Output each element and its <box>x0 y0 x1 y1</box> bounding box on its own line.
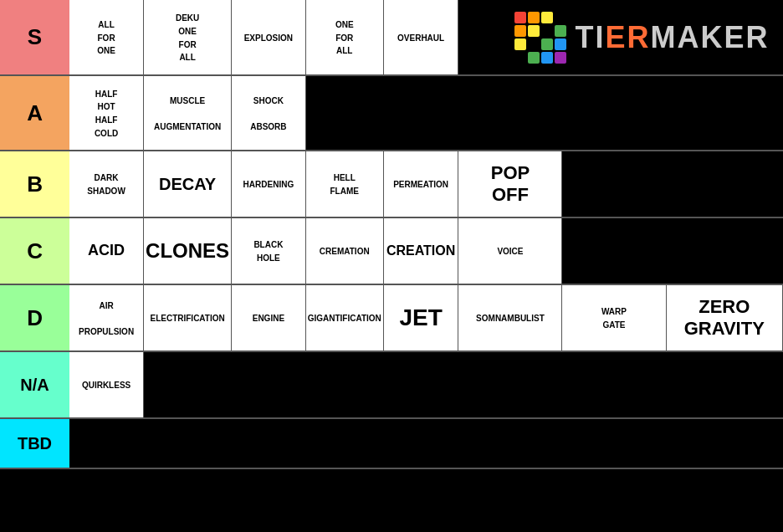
tier-cell-explosion: EXPLOSION <box>232 0 306 75</box>
tier-empty-a <box>305 75 782 151</box>
tier-label-a: A <box>0 75 69 151</box>
tier-cell-voice: VOICE <box>458 217 562 284</box>
logo-sq-14 <box>528 52 540 64</box>
tier-cell-black-hole: BLACKHOLE <box>232 217 306 284</box>
tier-cell-hell-flame: HELLFLAME <box>305 151 383 217</box>
tier-row-c: C ACID CLONES BLACKHOLE CREMATION CREATI… <box>0 217 783 284</box>
tier-empty-tbd <box>69 418 782 468</box>
tier-empty-b <box>562 151 783 217</box>
tier-cell-half-hot: HALFHOTHALFCOLD <box>69 75 144 151</box>
tier-cell-deku-one-for-all: DEKUONEFORALL <box>144 0 232 75</box>
tier-row-d: D AIRPROPULSION ELECTRIFICATION ENGINE G… <box>0 284 783 351</box>
tier-cell-somnambulist: SOMNAMBULIST <box>458 284 562 351</box>
logo-sq-8 <box>555 25 566 37</box>
tier-label-s: S <box>0 0 69 75</box>
tier-cell-engine: ENGINE <box>232 284 306 351</box>
tier-cell-one-for-all: ONEFORALL <box>305 0 383 75</box>
tier-cell-muscle: MUSCLEAUGMENTATION <box>144 75 232 151</box>
tier-cell-hardening: HARDENING <box>232 151 306 217</box>
tier-cell-warp-gate: WARPGATE <box>562 284 666 351</box>
tier-cell-cremation: CREMATION <box>305 217 383 284</box>
tier-cell-permeation: PERMEATION <box>383 151 458 217</box>
logo-sq-5 <box>514 25 526 37</box>
logo-text: TiERMAKER <box>575 20 769 55</box>
logo-sq-12 <box>555 38 566 50</box>
tier-cell-electrification: ELECTRIFICATION <box>144 284 232 351</box>
logo-cell: TiERMAKER <box>458 0 783 75</box>
tier-cell-decay: DECAY <box>144 151 232 217</box>
tier-label-na: N/A <box>0 351 69 418</box>
logo-sq-11 <box>541 38 553 50</box>
tier-cell-acid: ACID <box>69 217 144 284</box>
logo-sq-4 <box>555 12 566 23</box>
tier-row-na: N/A QUIRKLESS <box>0 351 783 418</box>
logo-sq-10 <box>528 38 540 50</box>
tier-label-d: D <box>0 284 69 351</box>
tier-cell-clones: CLONES <box>144 217 232 284</box>
tier-empty-na <box>144 351 783 418</box>
logo-sq-7 <box>541 25 553 37</box>
logo-area: TiERMAKER <box>472 12 769 64</box>
tier-cell-gigantification: GIGANTIFICATION <box>305 284 383 351</box>
logo-sq-1 <box>514 12 526 23</box>
logo-grid <box>514 12 566 64</box>
tier-cell-zero-gravity: ZEROGRAVITY <box>666 284 783 351</box>
tier-cell-jet: JET <box>383 284 458 351</box>
tier-row-tbd: TBD <box>0 418 783 468</box>
logo-sq-15 <box>541 52 553 64</box>
tier-row-b: B DARKSHADOW DECAY HARDENING HELLFLAME P… <box>0 151 783 217</box>
tier-cell-quirkless: QUIRKLESS <box>69 351 144 418</box>
tier-empty-c <box>562 217 783 284</box>
tier-row-a: A HALFHOTHALFCOLD MUSCLEAUGMENTATION SHO… <box>0 75 783 151</box>
logo-sq-2 <box>528 12 540 23</box>
tier-cell-all-for-one: ALLFORONE <box>69 0 144 75</box>
tier-label-c: C <box>0 217 69 284</box>
tier-cell-dark-shadow: DARKSHADOW <box>69 151 144 217</box>
tier-cell-air-propulsion: AIRPROPULSION <box>69 284 144 351</box>
tier-label-b: B <box>0 151 69 217</box>
logo-sq-6 <box>528 25 540 37</box>
tier-cell-creation: CREATION <box>383 217 458 284</box>
tier-label-tbd: TBD <box>0 418 69 468</box>
logo-sq-9 <box>514 38 526 50</box>
logo-sq-13 <box>514 52 526 64</box>
logo-sq-3 <box>541 12 553 23</box>
tier-row-s: S ALLFORONE DEKUONEFORALL EXPLOSION ONEF… <box>0 0 783 75</box>
tier-table: S ALLFORONE DEKUONEFORALL EXPLOSION ONEF… <box>0 0 783 469</box>
tier-cell-pop-off: POPOFF <box>458 151 562 217</box>
tier-cell-overhaul: OVERHAUL <box>383 0 458 75</box>
logo-sq-16 <box>555 52 566 64</box>
tier-cell-shock-absorb: SHOCKABSORB <box>232 75 306 151</box>
